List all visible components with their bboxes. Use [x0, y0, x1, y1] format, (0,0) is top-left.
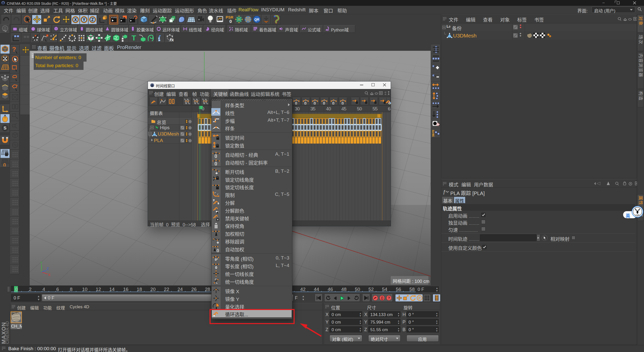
svg-text:(): () [304, 101, 306, 105]
svg-text:行走的: 行走的 [635, 214, 640, 216]
svg-text:(): () [217, 248, 219, 252]
svg-text:(): () [381, 296, 383, 300]
svg-text:Y: Y [83, 18, 86, 22]
svg-text:(): () [314, 101, 316, 105]
svg-text:?: ? [12, 46, 16, 53]
svg-text:QR: QR [254, 18, 259, 21]
svg-text:(): () [332, 101, 334, 105]
svg-text:(): () [215, 154, 217, 158]
svg-text:(): () [342, 101, 344, 105]
svg-text:.fx: .fx [169, 37, 174, 42]
svg-text:?: ? [388, 296, 390, 300]
svg-text:Z: Z [91, 18, 94, 22]
svg-text:P: P [419, 296, 421, 300]
svg-text:S: S [4, 126, 6, 130]
svg-text:0°: 0° [215, 258, 218, 261]
svg-text:Y: Y [40, 261, 43, 265]
svg-text:0: 0 [215, 265, 217, 269]
svg-text:X: X [74, 18, 77, 22]
svg-text:X: X [48, 273, 51, 277]
svg-text:Z: Z [47, 267, 49, 271]
svg-text:(): () [295, 101, 297, 105]
svg-text:(): () [3, 163, 6, 166]
svg-text:(): () [323, 101, 325, 105]
svg-text:(): () [215, 161, 217, 165]
svg-text:R: R [432, 134, 434, 137]
